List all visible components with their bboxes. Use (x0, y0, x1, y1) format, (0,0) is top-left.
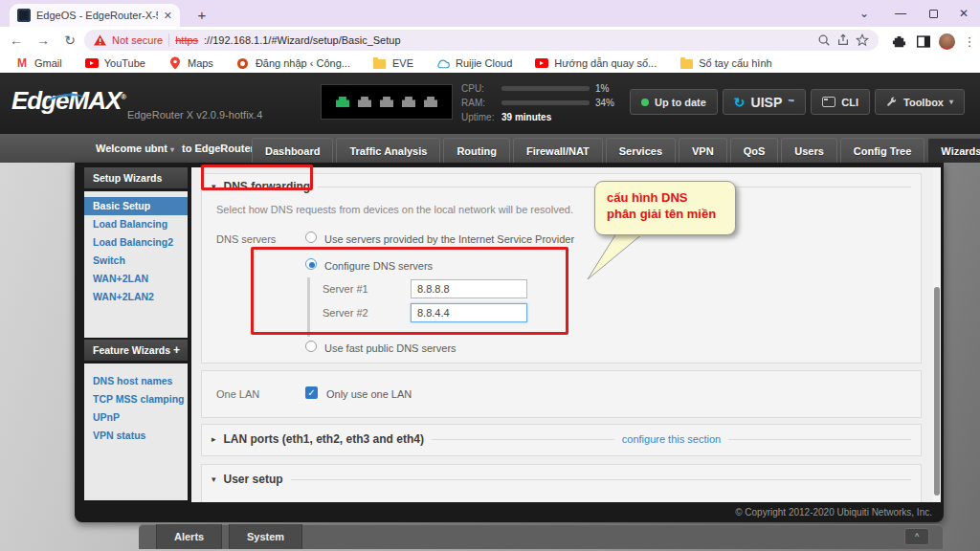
configure-section-link[interactable]: configure this section (622, 433, 721, 445)
maps-pin-icon (168, 56, 182, 70)
browser-tab[interactable]: EdgeOS - EdgeRouter-X-5-Port ✕ (10, 4, 180, 27)
radio-isp-label[interactable]: Use servers provided by the Internet Ser… (324, 233, 574, 245)
tab-qos[interactable]: QoS (730, 138, 779, 163)
callout-line2: phân giải tên miền (607, 206, 735, 222)
reload-icon[interactable]: ↻ (57, 27, 82, 54)
tab-wizards[interactable]: Wizards (927, 138, 980, 163)
zoom-icon[interactable] (817, 33, 831, 47)
tab-services[interactable]: Services (606, 138, 676, 163)
sidebar-item-tcp-mss-clamping[interactable]: TCP MSS clamping (84, 390, 188, 408)
ram-value: 34% (595, 98, 614, 108)
sidebar-item-dns-host-names[interactable]: DNS host names (84, 372, 188, 390)
bookmark-dang-nhap[interactable]: Đăng nhập ‹ Công... (236, 56, 350, 70)
sidebar-item-wan-2lan2[interactable]: WAN+2LAN2 (84, 288, 188, 306)
tab-routing[interactable]: Routing (443, 138, 510, 163)
profile-avatar[interactable] (936, 31, 957, 52)
tab-vpn[interactable]: VPN (679, 138, 727, 163)
one-lan-checkbox[interactable]: ✓ (305, 386, 318, 399)
plus-icon[interactable]: + (173, 340, 180, 361)
page-background: Setup Wizards Basic Setup Load Balancing… (0, 163, 980, 551)
sidebar-item-vpn-status[interactable]: VPN status (84, 427, 188, 445)
dns-forwarding-section: ▾ DNS forwarding Select how DNS requests… (201, 173, 922, 364)
tab-dashboard[interactable]: Dashboard (252, 138, 333, 163)
feature-wizards-header: Feature Wizards+ (84, 340, 188, 361)
toolbox-button[interactable]: Toolbox▾ (875, 89, 965, 115)
setup-wizards-header: Setup Wizards (84, 167, 188, 188)
radio-configure-label[interactable]: Configure DNS servers (324, 260, 433, 272)
tab-firewall-nat[interactable]: Firewall/NAT (513, 138, 603, 163)
tab-config-tree[interactable]: Config Tree (840, 138, 925, 163)
dns-servers-label: DNS servers (216, 233, 276, 245)
feature-wizards-list: DNS host names TCP MSS clamping UPnP VPN… (84, 364, 188, 500)
wizard-content: ▾ DNS forwarding Select how DNS requests… (191, 167, 933, 502)
sidebar-item-basic-setup[interactable]: Basic Setup (84, 197, 188, 215)
new-tab-button[interactable]: + (191, 5, 212, 26)
terminal-icon (822, 97, 835, 107)
radio-fast-label[interactable]: Use fast public DNS servers (324, 342, 457, 354)
sidebar-item-switch[interactable]: Switch (84, 252, 188, 270)
back-icon[interactable]: ← (4, 27, 29, 54)
update-status-button[interactable]: Up to date (630, 89, 718, 115)
bookmark-gmail[interactable]: MGmail (15, 56, 62, 70)
cli-button[interactable]: CLI (811, 89, 870, 115)
radio-fast-dns[interactable] (305, 341, 317, 352)
port-icon (380, 97, 393, 107)
callout-tail (586, 233, 645, 281)
divider (728, 439, 911, 440)
chevron-down-icon[interactable]: ▾ (212, 474, 216, 484)
browser-menu-icon[interactable]: ⋮ (959, 31, 980, 52)
one-lan-checkbox-label[interactable]: Only use one LAN (326, 388, 412, 400)
cloud-icon (436, 56, 450, 70)
gmail-icon: M (15, 56, 29, 70)
chevron-up-icon[interactable]: ^ (904, 528, 929, 545)
chevron-down-icon[interactable]: ▾ (212, 182, 216, 191)
youtube-icon (535, 56, 548, 70)
tab-search-icon[interactable]: ⌄ (848, 0, 880, 27)
bookmark-maps[interactable]: Maps (168, 56, 213, 70)
alerts-button[interactable]: Alerts (156, 524, 222, 549)
sidebar-item-load-balancing[interactable]: Load Balancing (84, 215, 188, 233)
bookmarks-bar: MGmail YouTube Maps Đăng nhập ‹ Công... … (0, 54, 980, 73)
site-icon (236, 56, 250, 70)
scrollbar[interactable] (933, 167, 941, 502)
user-menu[interactable]: Welcome ubnt ▾ (96, 134, 174, 163)
address-bar[interactable]: Not secure https ://192.168.1.1/#Wizard/… (84, 30, 879, 51)
firmware-version: EdgeRouter X v2.0.9-hotfix.4 (127, 109, 262, 121)
uisp-button[interactable]: ↻UISP™ (723, 89, 806, 115)
tab-close-icon[interactable]: ✕ (164, 10, 172, 22)
window-maximize-button[interactable] (917, 0, 949, 27)
share-icon[interactable] (836, 33, 850, 47)
divider (291, 479, 911, 480)
window-close-button[interactable]: ✕ (949, 0, 978, 27)
tab-traffic-analysis[interactable]: Traffic Analysis (336, 138, 440, 163)
section-title[interactable]: LAN ports (eth1, eth2, eth3 and eth4) (224, 432, 424, 446)
forward-icon[interactable]: → (31, 27, 56, 54)
bookmark-ruijie-cloud[interactable]: Ruijie Cloud (436, 56, 512, 70)
uisp-icon: ↻ (734, 95, 746, 110)
side-panel-icon[interactable] (913, 31, 934, 52)
tab-users[interactable]: Users (781, 138, 837, 163)
scrollbar-thumb[interactable] (934, 287, 940, 496)
radio-isp[interactable] (305, 231, 317, 243)
extensions-icon[interactable] (888, 31, 909, 52)
server1-input[interactable] (411, 279, 527, 298)
bookmark-youtube[interactable]: YouTube (85, 56, 145, 70)
sidebar-item-upnp[interactable]: UPnP (84, 408, 188, 427)
bookmark-eve[interactable]: EVE (373, 56, 413, 70)
server2-input[interactable] (411, 303, 527, 322)
section-title[interactable]: DNS forwarding (224, 180, 311, 193)
sidebar-item-load-balancing2[interactable]: Load Balancing2 (84, 233, 188, 252)
window-minimize-button[interactable]: — (884, 0, 917, 27)
copyright-text: © Copyright 2012-2020 Ubiquiti Networks,… (735, 507, 932, 518)
bookmark-star-icon[interactable] (856, 33, 869, 47)
bookmark-huong-dan[interactable]: Hướng dẫn quay số... (535, 56, 657, 70)
system-button[interactable]: System (229, 524, 302, 549)
sidebar-item-wan-2lan[interactable]: WAN+2LAN (84, 270, 188, 288)
bookmark-so-tay[interactable]: Sổ tay cấu hình (679, 56, 771, 70)
section-title[interactable]: User setup (224, 473, 283, 486)
radio-configure-dns[interactable] (305, 258, 317, 270)
url-text: ://192.168.1.1/#Wizard/setup/Basic_Setup (204, 34, 812, 46)
edgemax-logo: EdgeMAX® (11, 86, 125, 116)
chevron-right-icon[interactable]: ▸ (212, 434, 216, 444)
server2-label: Server #2 (323, 307, 368, 319)
